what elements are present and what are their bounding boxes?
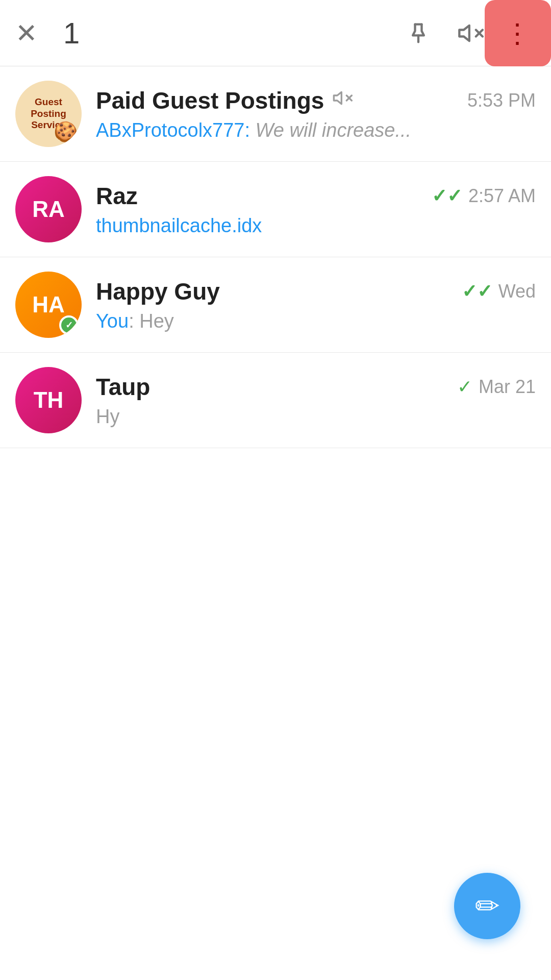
preview-colon: : (245, 119, 251, 141)
close-icon[interactable]: ✕ (15, 18, 38, 48)
chat-preview-raz: thumbnailcache.idx (96, 215, 536, 237)
selection-count: 1 (63, 16, 80, 50)
chat-info-happy-guy: Happy Guy ✓✓ Wed You: Hey (96, 278, 536, 332)
time-with-check-taup: ✓ Mar 21 (457, 376, 536, 398)
cookie-icon: 🍪 (54, 120, 78, 143)
chat-info-raz: Raz ✓✓ 2:57 AM thumbnailcache.idx (96, 182, 536, 237)
compose-fab[interactable]: ✏ (454, 873, 520, 939)
avatar-happy-guy: HA (15, 272, 82, 338)
chat-time-happy-guy: Wed (498, 281, 536, 302)
action-bar-right: ⋮ (405, 20, 536, 46)
chat-item-raz[interactable]: RA Raz ✓✓ 2:57 AM thumbnailcache.idx (0, 162, 551, 257)
svg-marker-6 (334, 92, 342, 104)
chat-name: Paid Guest Postings (96, 87, 324, 114)
action-bar-left: ✕ 1 (15, 16, 80, 50)
time-with-check-happy-guy: ✓✓ Wed (462, 281, 536, 302)
avatar-initials-happy-guy: HA (32, 292, 65, 317)
chat-preview-happy-guy: You: Hey (96, 310, 536, 332)
mute-icon[interactable] (457, 20, 484, 46)
chat-item-paid-guest-postings[interactable]: GuestPostingService 🍪 Paid Guest Posting… (0, 66, 551, 162)
preview-text-taup: Hy (96, 406, 119, 427)
compose-icon: ✏ (475, 889, 500, 923)
chat-time-taup: Mar 21 (479, 376, 536, 398)
avatar-raz: RA (15, 176, 82, 242)
muted-icon (332, 88, 353, 113)
svg-marker-3 (459, 25, 469, 40)
time-with-check: ✓✓ 2:57 AM (432, 185, 536, 207)
chat-name-raz: Raz (96, 182, 138, 210)
preview-link-raz: thumbnailcache.idx (96, 215, 262, 236)
avatar-taup: TH (15, 367, 82, 433)
avatar-initials-taup: TH (34, 387, 64, 413)
chat-list: GuestPostingService 🍪 Paid Guest Posting… (0, 66, 551, 448)
chat-preview-taup: Hy (96, 406, 536, 428)
chat-name-wrapper: Paid Guest Postings (96, 87, 353, 114)
preview-text: We will increase... (250, 119, 411, 141)
double-check-icon-happy: ✓✓ (462, 281, 492, 302)
more-menu-button[interactable]: ⋮ (485, 0, 551, 66)
chat-info-paid-guest-postings: Paid Guest Postings 5:53 PM ABxProtocolx… (96, 87, 536, 141)
action-bar: ✕ 1 (0, 0, 551, 66)
more-dots-icon: ⋮ (504, 18, 532, 48)
avatar-initials-raz: RA (32, 197, 65, 222)
preview-colon-happy: : Hey (129, 310, 174, 332)
chat-header-happy-guy: Happy Guy ✓✓ Wed (96, 278, 536, 305)
chat-header-taup: Taup ✓ Mar 21 (96, 373, 536, 401)
preview-you: You (96, 310, 129, 332)
single-check-icon-taup: ✓ (457, 376, 472, 398)
avatar-paid-guest-postings: GuestPostingService 🍪 (15, 81, 82, 147)
chat-item-taup[interactable]: TH Taup ✓ Mar 21 Hy (0, 353, 551, 448)
chat-item-happy-guy[interactable]: HA Happy Guy ✓✓ Wed You: Hey (0, 257, 551, 353)
pin-icon[interactable] (405, 20, 432, 46)
chat-header: Paid Guest Postings 5:53 PM (96, 87, 536, 114)
preview-sender: ABxProtocolx777 (96, 119, 245, 141)
chat-name-taup: Taup (96, 373, 150, 401)
chat-time-raz: 2:57 AM (468, 185, 536, 207)
online-badge-happy-guy (59, 315, 79, 335)
chat-time: 5:53 PM (467, 90, 536, 111)
chat-header-raz: Raz ✓✓ 2:57 AM (96, 182, 536, 210)
chat-preview: ABxProtocolx777: We will increase... (96, 119, 536, 141)
double-check-icon: ✓✓ (432, 185, 462, 207)
chat-info-taup: Taup ✓ Mar 21 Hy (96, 373, 536, 428)
chat-name-happy-guy: Happy Guy (96, 278, 220, 305)
